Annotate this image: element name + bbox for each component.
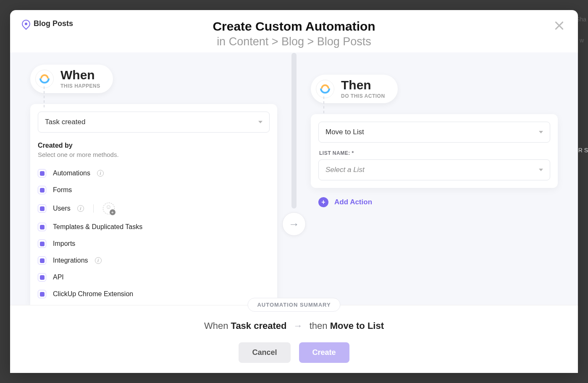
- method-row-integrations: Integrations i: [38, 252, 270, 269]
- info-icon[interactable]: i: [97, 170, 104, 177]
- checkbox-chrome-ext[interactable]: [38, 290, 46, 298]
- plus-icon: +: [318, 197, 328, 207]
- clickup-logo-icon: [35, 70, 54, 88]
- then-panel: Then DO THIS ACTION Move to List LIST NA…: [294, 53, 578, 305]
- then-card: Move to List LIST NAME: * Select a List: [311, 114, 558, 188]
- method-label: Imports: [53, 240, 75, 248]
- add-action-button[interactable]: + Add Action: [318, 197, 558, 207]
- location-pin-icon: [20, 18, 32, 29]
- chevron-down-icon: [539, 169, 543, 171]
- then-title: Then: [341, 79, 385, 91]
- modal-title: Create Custom Automation: [22, 19, 566, 34]
- checkbox-integrations[interactable]: [38, 256, 46, 265]
- method-label: Automations: [53, 169, 90, 177]
- when-panel: When THIS HAPPENS Task created Created b…: [10, 53, 294, 305]
- create-button[interactable]: Create: [299, 342, 349, 363]
- automation-modal: Blog Posts Create Custom Automation in C…: [10, 10, 578, 373]
- summary-then-prefix: then: [310, 320, 328, 331]
- checkbox-templates[interactable]: [38, 223, 46, 231]
- action-dropdown[interactable]: Move to List: [318, 122, 550, 143]
- trigger-selected-value: Task created: [45, 118, 85, 126]
- when-card: Task created Created by Select one or mo…: [30, 104, 277, 305]
- method-row-users: Users i: [38, 198, 270, 219]
- arrow-right-icon: →: [294, 320, 303, 331]
- clickup-logo-icon: [316, 80, 334, 98]
- method-label: Forms: [53, 186, 72, 194]
- summary-line: When Task created → then Move to List: [10, 320, 578, 331]
- method-row-templates: Templates & Duplicated Tasks: [38, 219, 270, 235]
- breadcrumb: in Content > Blog > Blog Posts: [22, 35, 566, 48]
- modal-header: Blog Posts Create Custom Automation in C…: [10, 10, 578, 52]
- summary-when-value: Task created: [231, 320, 287, 331]
- when-subtitle: THIS HAPPENS: [60, 83, 100, 89]
- method-label: ClickUp Chrome Extension: [53, 290, 133, 298]
- method-label: Users: [53, 205, 71, 212]
- created-by-title: Created by: [38, 142, 270, 149]
- action-selected-value: Move to List: [326, 128, 364, 136]
- modal-footer: AUTOMATION SUMMARY When Task created → t…: [10, 305, 578, 373]
- summary-when-prefix: When: [204, 320, 228, 331]
- then-subtitle: DO THIS ACTION: [341, 93, 385, 99]
- checkbox-api[interactable]: [38, 273, 46, 281]
- list-name-label: LIST NAME: *: [319, 150, 550, 156]
- connector-line: [323, 96, 324, 113]
- backdrop-w: w: [580, 37, 584, 44]
- checkbox-forms[interactable]: [38, 186, 46, 194]
- info-icon[interactable]: i: [77, 205, 84, 212]
- method-row-chrome-ext: ClickUp Chrome Extension: [38, 286, 270, 302]
- list-placeholder: Select a List: [326, 166, 365, 174]
- close-button[interactable]: [553, 19, 566, 33]
- when-pill: When THIS HAPPENS: [30, 65, 113, 93]
- created-by-sub: Select one or more methods.: [38, 151, 270, 158]
- chevron-down-icon: [258, 121, 262, 123]
- checkbox-automations[interactable]: [38, 169, 46, 177]
- method-row-forms: Forms: [38, 182, 270, 198]
- modal-body: → When THIS HAPPENS Task created Created: [10, 52, 578, 305]
- location-name: Blog Posts: [34, 19, 73, 28]
- divider: [93, 204, 94, 213]
- checkbox-users[interactable]: [38, 204, 46, 213]
- checkbox-imports[interactable]: [38, 240, 46, 248]
- trigger-dropdown[interactable]: Task created: [38, 112, 270, 133]
- list-select-dropdown[interactable]: Select a List: [318, 159, 550, 180]
- method-label: Integrations: [53, 257, 88, 264]
- chevron-down-icon: [539, 131, 543, 133]
- location-badge[interactable]: Blog Posts: [22, 19, 73, 28]
- summary-pill: AUTOMATION SUMMARY: [247, 298, 340, 312]
- add-user-icon[interactable]: [103, 203, 115, 214]
- method-row-api: API: [38, 269, 270, 286]
- connector-line: [44, 86, 45, 107]
- method-row-automations: Automations i: [38, 165, 270, 182]
- when-title: When: [60, 69, 100, 81]
- info-icon[interactable]: i: [95, 257, 102, 264]
- add-action-label: Add Action: [334, 198, 372, 206]
- method-label: Templates & Duplicated Tasks: [53, 223, 142, 231]
- summary-then-value: Move to List: [330, 320, 384, 331]
- method-row-imports: Imports: [38, 235, 270, 252]
- method-label: API: [53, 274, 64, 281]
- cancel-button[interactable]: Cancel: [239, 342, 290, 363]
